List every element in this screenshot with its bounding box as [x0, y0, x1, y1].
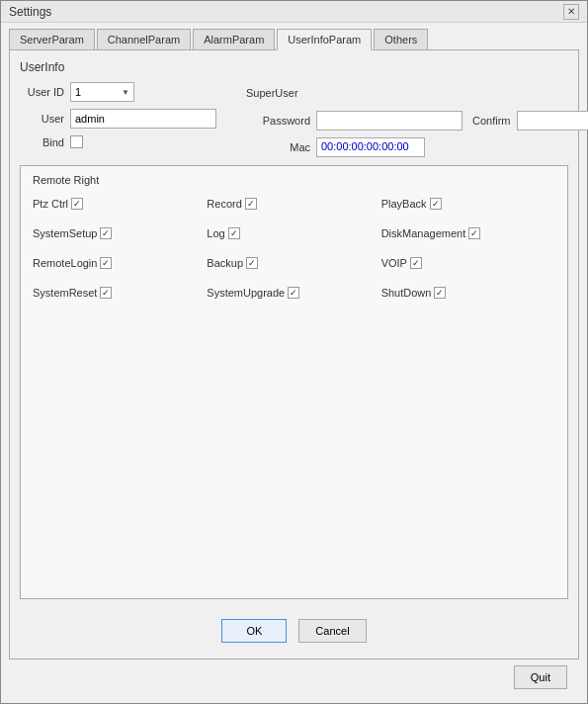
close-button[interactable]: ✕ [563, 4, 579, 20]
backup-checkbox[interactable]: ✓ [246, 257, 258, 269]
playback-checkbox[interactable]: ✓ [430, 198, 442, 210]
voip-checkbox[interactable]: ✓ [410, 257, 422, 269]
playback-label: PlayBack [381, 198, 427, 210]
mac-value[interactable]: 00:00:00:00:00:00 [316, 137, 425, 157]
right-item-system-upgrade: SystemUpgrade ✓ [207, 287, 380, 299]
remote-right-box: Remote Right Ptz Ctrl ✓ Record ✓ PlayBac… [20, 165, 568, 599]
backup-label: Backup [207, 257, 243, 269]
voip-label: VOIP [381, 257, 407, 269]
system-reset-label: SystemReset [33, 287, 97, 299]
bind-row: Bind [20, 135, 216, 148]
right-item-ptz-ctrl: Ptz Ctrl ✓ [33, 198, 207, 210]
right-item-record: Record ✓ [207, 198, 380, 210]
right-item-system-setup: SystemSetup ✓ [33, 227, 207, 239]
quit-area: Quit [9, 660, 579, 697]
main-panel: UserInfo User ID 1 ▼ User [9, 50, 579, 660]
right-item-disk-management: DiskManagement ✓ [381, 227, 555, 239]
remote-login-label: RemoteLogin [33, 257, 97, 269]
right-item-remote-login: RemoteLogin ✓ [33, 257, 207, 269]
record-label: Record [207, 198, 241, 210]
password-label: Password [246, 115, 310, 127]
right-item-backup: Backup ✓ [207, 257, 380, 269]
log-checkbox[interactable]: ✓ [228, 227, 240, 239]
confirm-label: Confirm [472, 115, 511, 127]
bind-label: Bind [20, 136, 64, 148]
rights-grid: Ptz Ctrl ✓ Record ✓ PlayBack ✓ SystemSet… [33, 198, 555, 299]
cancel-button[interactable]: Cancel [298, 619, 366, 643]
bind-checkbox[interactable] [70, 135, 83, 148]
right-item-shutdown: ShutDown ✓ [381, 287, 555, 299]
system-setup-label: SystemSetup [33, 227, 97, 239]
disk-management-checkbox[interactable]: ✓ [468, 227, 480, 239]
remote-right-title: Remote Right [33, 174, 555, 186]
system-reset-checkbox[interactable]: ✓ [100, 287, 112, 299]
ptz-ctrl-label: Ptz Ctrl [33, 198, 68, 210]
user-row: User [20, 109, 216, 129]
confirm-input[interactable] [517, 111, 588, 131]
mac-row: Mac 00:00:00:00:00:00 [246, 137, 588, 157]
settings-window: Settings ✕ ServerParam ChannelParam Alar… [0, 0, 588, 704]
action-buttons: OK Cancel [20, 613, 568, 649]
password-row: Password Confirm [246, 111, 588, 131]
shutdown-label: ShutDown [381, 287, 432, 299]
tab-bar: ServerParam ChannelParam AlarmParam User… [9, 29, 579, 50]
ptz-ctrl-checkbox[interactable]: ✓ [71, 198, 83, 210]
log-label: Log [207, 227, 224, 239]
tab-userinfoparam[interactable]: UserInfoParam [277, 29, 372, 50]
system-setup-checkbox[interactable]: ✓ [100, 227, 112, 239]
tab-serverparam[interactable]: ServerParam [9, 29, 95, 49]
userid-dropdown[interactable]: 1 ▼ [70, 82, 134, 102]
system-upgrade-checkbox[interactable]: ✓ [288, 287, 299, 299]
superuser-label: SuperUser [246, 87, 298, 99]
userid-row: User ID 1 ▼ [20, 82, 216, 102]
user-input[interactable] [70, 109, 216, 129]
tab-others[interactable]: Others [374, 29, 428, 49]
shutdown-checkbox[interactable]: ✓ [434, 287, 446, 299]
system-upgrade-label: SystemUpgrade [207, 287, 285, 299]
window-title: Settings [9, 5, 51, 19]
right-item-voip: VOIP ✓ [381, 257, 555, 269]
title-bar: Settings ✕ [1, 1, 587, 23]
right-item-system-reset: SystemReset ✓ [33, 287, 207, 299]
mac-label: Mac [246, 141, 310, 153]
dropdown-arrow-icon: ▼ [122, 88, 129, 97]
superuser-row: SuperUser Del User [246, 82, 588, 104]
userinfo-section-title: UserInfo [20, 60, 568, 74]
ok-button[interactable]: OK [221, 619, 287, 643]
quit-button[interactable]: Quit [514, 665, 567, 689]
content-area: ServerParam ChannelParam AlarmParam User… [1, 23, 587, 703]
right-item-playback: PlayBack ✓ [381, 198, 555, 210]
tab-channelparam[interactable]: ChannelParam [97, 29, 191, 49]
password-input[interactable] [316, 111, 462, 131]
right-item-log: Log ✓ [207, 227, 380, 239]
user-label: User [20, 113, 64, 125]
disk-management-label: DiskManagement [381, 227, 466, 239]
remote-login-checkbox[interactable]: ✓ [100, 257, 112, 269]
record-checkbox[interactable]: ✓ [245, 198, 257, 210]
tab-alarmparam[interactable]: AlarmParam [193, 29, 275, 49]
userid-label: User ID [20, 86, 64, 98]
